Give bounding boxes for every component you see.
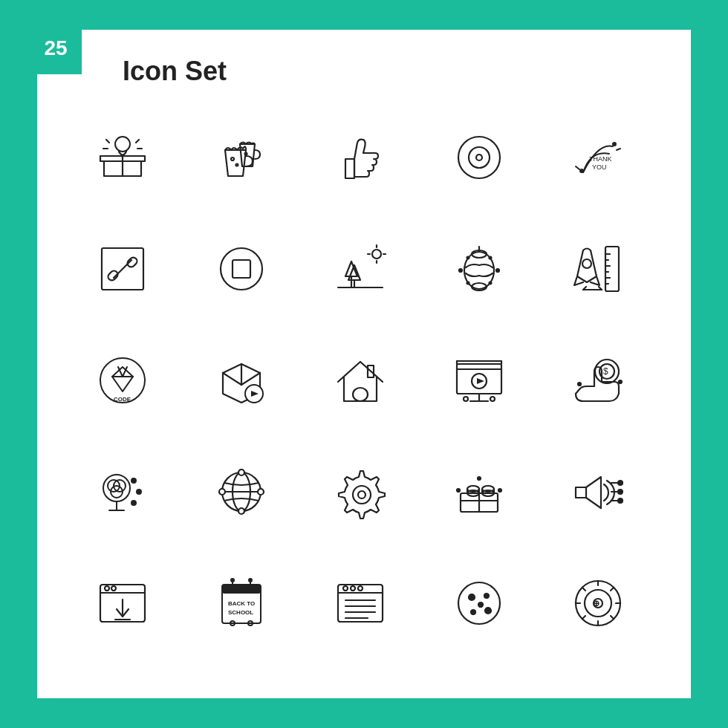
svg-rect-134 xyxy=(222,585,261,594)
crate-coins-icon xyxy=(431,443,527,540)
svg-point-149 xyxy=(469,594,475,600)
cd-disc-icon xyxy=(431,109,527,206)
svg-point-22 xyxy=(221,248,262,290)
svg-point-133 xyxy=(249,579,252,582)
stop-button-icon xyxy=(193,221,290,317)
svg-line-63 xyxy=(241,373,260,385)
svg-line-18 xyxy=(576,166,579,169)
svg-line-164 xyxy=(582,616,585,619)
svg-point-74 xyxy=(464,397,468,401)
svg-point-16 xyxy=(580,169,583,172)
svg-point-90 xyxy=(131,478,136,483)
svg-point-82 xyxy=(578,383,581,386)
svg-point-92 xyxy=(131,501,136,505)
svg-point-118 xyxy=(618,490,623,494)
svg-point-1 xyxy=(115,137,130,152)
browser-list-icon xyxy=(312,555,409,651)
svg-point-91 xyxy=(137,490,141,494)
svg-point-114 xyxy=(498,489,501,492)
svg-point-96 xyxy=(219,489,225,495)
globe-network-icon xyxy=(193,443,290,540)
svg-rect-20 xyxy=(107,270,120,282)
svg-point-119 xyxy=(618,498,623,503)
svg-point-8 xyxy=(236,164,238,166)
svg-point-153 xyxy=(478,602,483,607)
svg-point-97 xyxy=(258,489,264,495)
svg-point-40 xyxy=(467,257,469,259)
svg-point-101 xyxy=(358,491,365,498)
download-browser-icon xyxy=(74,555,171,651)
svg-text:YOU: YOU xyxy=(592,163,607,171)
svg-point-117 xyxy=(618,481,623,485)
svg-point-150 xyxy=(484,594,489,598)
svg-point-115 xyxy=(478,477,481,480)
ruler-pencil-icon xyxy=(550,221,646,317)
svg-point-11 xyxy=(469,147,490,168)
svg-point-12 xyxy=(476,155,482,160)
svg-point-152 xyxy=(471,610,475,614)
beer-mug-icon xyxy=(193,109,290,206)
svg-text:SCHOOL: SCHOOL xyxy=(228,609,253,616)
forest-house-icon xyxy=(312,221,409,317)
svg-point-126 xyxy=(111,586,116,591)
svg-point-125 xyxy=(105,586,109,591)
svg-point-39 xyxy=(496,269,499,272)
svg-point-113 xyxy=(457,489,460,492)
svg-point-142 xyxy=(351,586,355,591)
svg-point-7 xyxy=(231,157,234,160)
svg-point-15 xyxy=(613,143,616,146)
back-to-school-icon: BACK TO SCHOOL xyxy=(193,555,290,651)
badge-number: 25 xyxy=(30,22,82,74)
link-box-icon xyxy=(74,221,171,317)
settings-gear-icon xyxy=(312,443,409,540)
svg-line-17 xyxy=(617,149,620,150)
svg-text:⊕: ⊕ xyxy=(593,599,599,608)
svg-text:$: $ xyxy=(603,366,608,377)
svg-point-83 xyxy=(619,380,622,383)
svg-point-24 xyxy=(372,250,381,259)
svg-point-42 xyxy=(467,282,469,285)
svg-line-3 xyxy=(106,140,109,143)
lantern-icon xyxy=(431,221,527,317)
money-hand-icon: $ xyxy=(550,332,646,429)
svg-point-41 xyxy=(490,257,492,259)
svg-text:CODE: CODE xyxy=(114,396,131,403)
code-diamond-icon: CODE xyxy=(74,332,171,429)
svg-point-141 xyxy=(343,586,348,591)
svg-point-51 xyxy=(582,259,591,268)
presentation-icon xyxy=(431,332,527,429)
svg-rect-23 xyxy=(233,260,250,278)
svg-text:BACK TO: BACK TO xyxy=(228,600,255,607)
svg-line-4 xyxy=(136,140,139,143)
svg-point-100 xyxy=(353,486,371,504)
idea-box-icon xyxy=(74,109,171,206)
cookie-icon xyxy=(431,555,527,651)
page-title: Icon Set xyxy=(123,56,661,87)
svg-point-43 xyxy=(490,282,492,285)
svg-point-38 xyxy=(459,269,462,272)
svg-marker-56 xyxy=(112,367,133,391)
svg-point-132 xyxy=(231,579,234,582)
thumbs-up-icon xyxy=(312,109,409,206)
svg-rect-21 xyxy=(126,256,139,269)
svg-point-75 xyxy=(490,397,495,401)
svg-point-99 xyxy=(238,508,244,514)
svg-line-162 xyxy=(611,616,614,619)
svg-text:THANK: THANK xyxy=(589,155,612,163)
svg-line-161 xyxy=(582,588,585,591)
svg-point-98 xyxy=(238,469,244,475)
svg-line-163 xyxy=(611,588,614,591)
main-card: 25 Icon Set xyxy=(37,30,691,698)
svg-point-10 xyxy=(458,137,500,178)
mind-circles-icon xyxy=(74,443,171,540)
thank-you-icon: THANK YOU xyxy=(550,109,646,206)
svg-rect-66 xyxy=(353,388,368,401)
svg-point-143 xyxy=(358,586,363,591)
dial-settings-icon: ⊕ xyxy=(550,555,646,651)
svg-line-62 xyxy=(223,373,241,385)
megaphone-settings-icon xyxy=(550,443,646,540)
3d-box-play-icon xyxy=(193,332,290,429)
home-icon xyxy=(312,332,409,429)
icons-grid: THANK YOU xyxy=(67,109,661,651)
svg-marker-73 xyxy=(477,378,484,384)
